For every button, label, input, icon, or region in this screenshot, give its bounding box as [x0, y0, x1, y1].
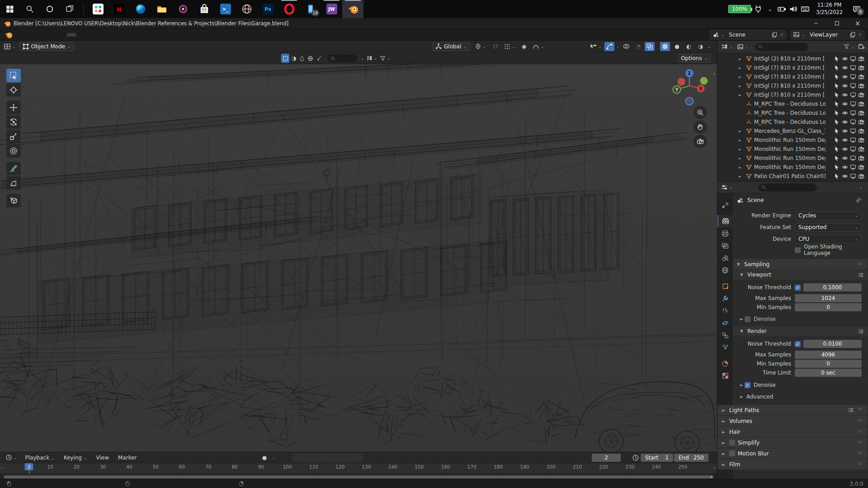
start-button[interactable]	[0, 0, 20, 18]
timeline-ruler[interactable]: 1020304050607080901001101201301401501601…	[0, 463, 717, 474]
filter-dropdown[interactable]: ⌄	[379, 55, 392, 62]
disable-in-renders-icon[interactable]	[858, 74, 864, 80]
selectable-icon[interactable]	[834, 146, 840, 152]
presets-icon[interactable]	[848, 407, 854, 413]
tool-move[interactable]	[6, 101, 21, 114]
selectable-icon[interactable]	[834, 119, 840, 125]
disable-in-renders-icon[interactable]	[858, 92, 864, 98]
outliner-scope-dropdown[interactable]: ⌄	[736, 42, 750, 51]
blender-menu-icon[interactable]	[3, 31, 14, 39]
r-denoise-checkbox[interactable]: ✓	[745, 382, 750, 388]
disable-in-renders-icon[interactable]	[858, 128, 864, 134]
workspace-tab[interactable]	[76, 33, 85, 37]
disable-in-renders-icon[interactable]	[858, 101, 864, 107]
expand-arrow-icon[interactable]: ►	[739, 93, 745, 97]
expand-arrow-icon[interactable]: ►	[739, 165, 745, 169]
outliner-row[interactable]: ► M_RPC Tree - Deciduous Lor	[717, 99, 868, 108]
overlays-toggle[interactable]	[621, 42, 631, 51]
viewport-pan-button[interactable]	[693, 120, 707, 134]
disable-in-viewports-icon[interactable]	[850, 56, 856, 62]
outliner-row[interactable]: ► Monolithic Run 150mm Dep	[717, 145, 868, 154]
selectable-icon[interactable]	[834, 137, 840, 143]
menubar-menu[interactable]	[14, 33, 24, 37]
hide-in-viewport-icon[interactable]	[842, 56, 848, 62]
scene-selector[interactable]: ⌄ Scene ×	[710, 30, 787, 39]
hide-in-viewport-icon[interactable]	[842, 101, 848, 107]
taskbar-app-your-phone[interactable]: 18	[300, 0, 321, 18]
material-drop-icon[interactable]	[298, 54, 306, 63]
navigation-gizmo[interactable]: Z Y X	[669, 67, 710, 108]
viewport-menu[interactable]	[78, 45, 87, 48]
disable-in-renders-icon[interactable]	[858, 164, 864, 170]
select-box-icon[interactable]	[281, 54, 289, 63]
auto-keying-button[interactable]: ●	[259, 453, 269, 462]
disable-in-renders-icon[interactable]	[858, 146, 864, 152]
min-samples-field[interactable]: 0	[795, 360, 862, 368]
expand-arrow-icon[interactable]: ►	[739, 174, 745, 178]
start-frame-field[interactable]: Start1	[641, 454, 673, 462]
gizmo-toggle[interactable]	[604, 42, 614, 51]
taskbar-app-explorer[interactable]	[151, 0, 172, 18]
timeline-editor-type[interactable]: ⌄	[2, 453, 21, 462]
tab-texture[interactable]	[717, 370, 733, 382]
hide-in-viewport-icon[interactable]	[842, 92, 848, 98]
display-mode-dropdown[interactable]: ⌄	[365, 54, 378, 62]
taskbar-app-netflix[interactable]: N	[108, 0, 130, 18]
taskbar-app-music[interactable]	[172, 0, 193, 18]
noise-threshold-checkbox[interactable]: ✓	[795, 285, 801, 291]
vp-denoise-row[interactable]: ► Denoise	[733, 314, 868, 324]
expand-arrow-icon[interactable]: ►	[739, 156, 745, 160]
shading-material-button[interactable]: ◐	[684, 42, 693, 51]
workspace-tab[interactable]	[103, 33, 112, 37]
device-select[interactable]: CPU⌄	[795, 235, 862, 244]
hide-in-viewport-icon[interactable]	[842, 146, 848, 152]
viewport-menu[interactable]	[105, 45, 114, 48]
collapsed-section-header[interactable]: ► Simplify	[717, 437, 868, 448]
disable-in-renders-icon[interactable]	[858, 119, 864, 125]
disable-in-viewports-icon[interactable]	[850, 164, 856, 170]
disable-in-viewports-icon[interactable]	[850, 65, 856, 71]
viewport-subsection-header[interactable]: ▼Viewport	[733, 270, 868, 280]
disable-in-viewports-icon[interactable]	[850, 119, 856, 125]
collapsed-section-header[interactable]: ► Film	[717, 459, 868, 469]
disable-in-viewports-icon[interactable]	[850, 173, 856, 179]
power-plug-icon[interactable]	[754, 5, 763, 14]
drag-grip-icon[interactable]	[858, 418, 864, 424]
unlink-scene-icon[interactable]: ×	[779, 32, 784, 38]
min-samples-field[interactable]: 0	[795, 303, 862, 311]
minimize-button[interactable]: ─	[806, 18, 826, 29]
workspace-tab[interactable]	[85, 33, 94, 37]
disable-in-renders-icon[interactable]	[858, 83, 864, 89]
noise-threshold-checkbox[interactable]: ✓	[795, 341, 801, 347]
keying-dropdown[interactable]: ⌄	[272, 455, 276, 460]
hide-in-viewport-icon[interactable]	[842, 173, 848, 179]
taskbar-app-jw[interactable]: JW	[321, 0, 342, 18]
taskbar-app-web[interactable]	[236, 0, 257, 18]
tab-view-layer[interactable]	[717, 239, 733, 252]
end-frame-field[interactable]: End250	[674, 454, 708, 462]
workspace-tab[interactable]	[130, 33, 139, 37]
selectable-icon[interactable]	[834, 56, 840, 62]
section-checkbox[interactable]	[729, 440, 735, 446]
tool-scale[interactable]	[6, 130, 21, 143]
hide-in-viewport-icon[interactable]	[842, 155, 848, 161]
3d-viewport[interactable]: Z Y X ‹	[0, 64, 717, 452]
collapsed-section-header[interactable]: ► Light Paths	[717, 405, 868, 415]
tool-rotate[interactable]	[6, 115, 21, 129]
expand-arrow-icon[interactable]: ►	[739, 66, 745, 70]
outliner-row[interactable]: ► Monolithic Run 150mm Dep	[717, 136, 868, 145]
hide-in-viewport-icon[interactable]	[842, 137, 848, 143]
transport-button[interactable]	[352, 454, 363, 462]
editor-type-button[interactable]: ⌄	[0, 42, 19, 52]
current-frame-field[interactable]: 2	[592, 454, 621, 462]
pivot-point-selector[interactable]: ⌄	[473, 42, 488, 51]
max-samples-field[interactable]: 4096	[795, 351, 862, 359]
disable-in-viewports-icon[interactable]	[850, 146, 856, 152]
properties-options-dropdown[interactable]: ⌄	[859, 185, 863, 190]
selectable-icon[interactable]	[834, 110, 840, 116]
selectable-icon[interactable]	[834, 128, 840, 134]
region-collapse-arrow[interactable]: ‹	[713, 70, 715, 77]
drag-grip-icon[interactable]	[858, 262, 864, 267]
tab-modifiers[interactable]	[717, 292, 733, 305]
timeline-menu[interactable]: Playback⌄	[21, 453, 59, 463]
